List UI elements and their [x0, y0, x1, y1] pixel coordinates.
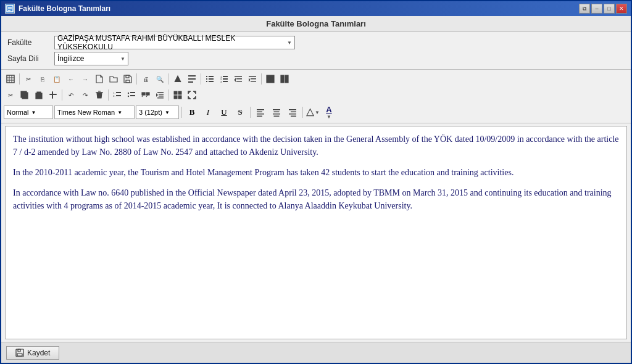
toolbar-paste2-icon[interactable] — [32, 88, 46, 102]
toolbar-save-icon[interactable] — [121, 72, 135, 86]
sayfa-dili-arrow-icon: ▼ — [120, 56, 125, 62]
svg-rect-2 — [8, 9, 12, 10]
svg-rect-61 — [178, 91, 181, 94]
close-button[interactable]: ✕ — [616, 4, 627, 14]
svg-rect-3 — [8, 10, 10, 11]
restore-button[interactable]: ⧉ — [579, 4, 590, 14]
toolbar-outdent-icon[interactable] — [246, 72, 259, 86]
editor-area[interactable]: The institution without high school was … — [5, 126, 627, 339]
toolbar-numlist-icon[interactable]: 1.2.3. — [217, 72, 231, 86]
toolbar-doc2-icon[interactable] — [107, 72, 120, 86]
svg-rect-79 — [18, 349, 20, 352]
maximize-button[interactable]: □ — [604, 4, 615, 14]
svg-rect-10 — [126, 75, 129, 78]
font-color-label: A — [326, 105, 331, 114]
toolbar-special-icon[interactable] — [46, 88, 60, 102]
svg-rect-71 — [274, 116, 280, 117]
align-right-button[interactable] — [285, 105, 300, 119]
toolbar-table2-icon[interactable] — [264, 72, 277, 86]
toolbar-copy-icon[interactable]: ⎘ — [36, 72, 49, 86]
svg-rect-44 — [52, 91, 53, 99]
toolbar-paste-icon[interactable]: 📋 — [50, 72, 64, 86]
window-controls: ⧉ – □ ✕ — [579, 4, 627, 14]
formatting-row: Normal ▼ Times New Roman ▼ 3 (12pt) ▼ B … — [4, 103, 628, 122]
fakulte-label: Fakülte — [7, 38, 51, 47]
toolbar-list-icon[interactable] — [203, 72, 217, 86]
toolbar-clear-icon[interactable] — [93, 88, 106, 102]
toolbar-cut-icon[interactable]: ✂ — [22, 72, 35, 86]
toolbar-row-1: ✂ ⎘ 📋 ← → 🖨 🔍 — [4, 71, 628, 87]
svg-rect-74 — [289, 114, 296, 115]
font-value: Times New Roman — [57, 109, 115, 116]
toolbar-doc-icon[interactable] — [93, 72, 106, 86]
toolbar-sep-2 — [136, 73, 137, 85]
toolbar-sep-3 — [168, 73, 169, 85]
fakulte-select[interactable]: GAZİPAŞA MUSTAFA RAHMİ BÜYÜKBALLI MESLEK… — [54, 36, 295, 49]
toolbar-grid-icon[interactable] — [171, 88, 185, 102]
toolbar-preview-icon[interactable]: 🔍 — [153, 72, 167, 86]
fmt-sep-3 — [302, 107, 303, 118]
app-icon — [5, 4, 15, 14]
svg-rect-64 — [257, 109, 264, 110]
sayfa-dili-select[interactable]: İngilizce ▼ — [54, 52, 128, 65]
toolbar-arrow-left-icon[interactable]: ← — [64, 72, 78, 86]
toolbar-ul-icon[interactable] — [125, 88, 138, 102]
toolbar-sep-7 — [108, 89, 109, 101]
svg-rect-12 — [188, 75, 196, 77]
toolbar-undo-icon[interactable]: ↶ — [64, 88, 78, 102]
svg-rect-67 — [257, 116, 262, 117]
svg-rect-78 — [17, 354, 22, 356]
svg-text:3.: 3. — [220, 80, 222, 83]
strikethrough-button[interactable]: S — [233, 105, 247, 119]
svg-marker-76 — [307, 109, 314, 115]
sayfa-dili-value: İngilizce — [57, 54, 84, 63]
toolbar-ol-icon[interactable]: 1.2. — [110, 88, 124, 102]
toolbar-indent2-icon[interactable] — [153, 88, 167, 102]
svg-rect-56 — [159, 94, 164, 95]
svg-rect-39 — [285, 75, 288, 83]
svg-rect-1 — [8, 7, 12, 8]
highlight-button[interactable]: ▼ — [306, 105, 320, 119]
svg-rect-68 — [273, 109, 280, 110]
italic-button[interactable]: I — [201, 105, 215, 119]
svg-rect-52 — [130, 95, 135, 96]
style-select[interactable]: Normal ▼ — [4, 105, 53, 119]
svg-rect-48 — [116, 95, 121, 96]
toolbar-format-icon[interactable] — [185, 72, 199, 86]
align-left-button[interactable] — [253, 105, 268, 119]
toolbar-print-icon[interactable]: 🖨 — [139, 72, 152, 86]
main-title: Fakülte Bologna Tanımları — [1, 16, 631, 32]
toolbar-copy2-icon[interactable] — [18, 88, 31, 102]
align-center-button[interactable] — [269, 105, 284, 119]
font-color-button[interactable]: A ▼ — [322, 104, 336, 120]
toolbar-indent-icon[interactable] — [231, 72, 245, 86]
toolbar-spell-icon[interactable] — [171, 72, 185, 86]
svg-rect-17 — [206, 78, 207, 80]
save-label: Kaydet — [27, 349, 50, 357]
toolbar-expand-icon[interactable] — [185, 88, 199, 102]
save-icon — [15, 349, 24, 357]
toolbar-table-icon[interactable] — [4, 72, 17, 86]
title-bar-left: Fakülte Bologna Tanımları — [5, 4, 110, 14]
bold-button[interactable]: B — [185, 105, 199, 119]
svg-rect-18 — [209, 78, 214, 80]
toolbar-blockquote-icon[interactable] — [139, 88, 152, 102]
svg-text:2.: 2. — [113, 94, 115, 97]
toolbar-scissors-icon[interactable]: ✂ — [4, 88, 17, 102]
editor-paragraph-2: In the 2010-2011 academic year, the Tour… — [13, 166, 619, 179]
save-button[interactable]: Kaydet — [6, 346, 59, 360]
underline-button[interactable]: U — [217, 105, 231, 119]
svg-rect-41 — [21, 91, 27, 97]
size-select[interactable]: 3 (12pt) ▼ — [136, 105, 179, 119]
editor-paragraph-3: In accordance with Law no. 6640 publishe… — [13, 186, 619, 212]
toolbar-sep-8 — [168, 89, 169, 101]
svg-rect-69 — [274, 112, 280, 113]
svg-rect-42 — [36, 93, 42, 99]
toolbar-redo-icon[interactable]: ↷ — [78, 88, 92, 102]
toolbar-arrow-right-icon[interactable]: → — [78, 72, 92, 86]
minimize-button[interactable]: – — [591, 4, 602, 14]
sayfa-dili-label: Sayfa Dili — [7, 54, 51, 63]
svg-rect-31 — [249, 76, 256, 77]
toolbar-col-icon[interactable] — [278, 72, 291, 86]
font-select[interactable]: Times New Roman ▼ — [54, 105, 135, 119]
